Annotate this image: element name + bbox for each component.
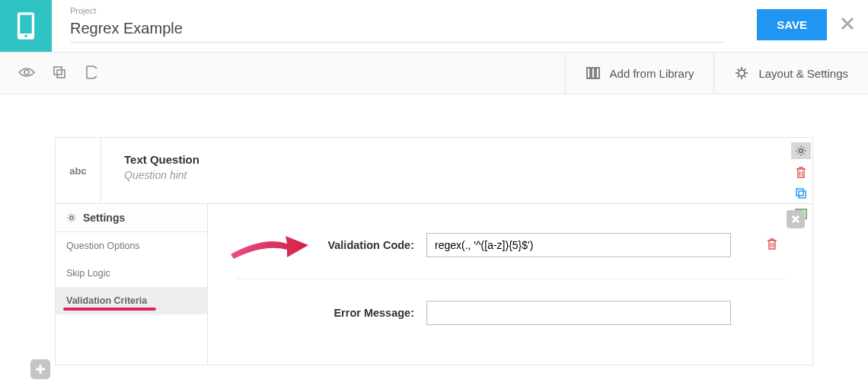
svg-rect-4 [54, 67, 62, 75]
project-label: Project [70, 6, 725, 15]
gear-icon[interactable] [791, 142, 811, 159]
svg-point-9 [739, 70, 745, 76]
arrow-annotation [226, 228, 310, 266]
add-from-library-button[interactable]: Add from Library [565, 53, 714, 94]
app-logo[interactable] [0, 0, 52, 52]
sidebar-item-validation-criteria[interactable]: Validation Criteria [56, 287, 207, 314]
trash-icon[interactable] [794, 166, 808, 180]
svg-point-2 [24, 35, 27, 38]
save-button[interactable]: SAVE [757, 9, 827, 40]
svg-point-10 [799, 149, 803, 153]
copy-icon[interactable] [52, 65, 67, 82]
delete-validation-icon[interactable] [767, 238, 785, 253]
layout-settings-label: Layout & Settings [758, 67, 848, 80]
svg-rect-5 [57, 70, 65, 78]
svg-rect-6 [587, 68, 590, 78]
svg-rect-7 [592, 68, 595, 78]
question-title[interactable]: Text Question [124, 153, 199, 166]
question-card: abc Text Question Question hint Settings… [55, 137, 813, 365]
question-type-icon: abc [56, 138, 101, 203]
gear-icon [66, 212, 77, 223]
duplicate-icon[interactable] [794, 187, 808, 200]
error-message-label: Error Message: [235, 307, 414, 319]
close-icon[interactable] [841, 17, 854, 33]
sidebar-item-skip-logic[interactable]: Skip Logic [56, 260, 207, 287]
preview-icon[interactable] [18, 66, 35, 81]
layout-settings-button[interactable]: Layout & Settings [713, 53, 868, 94]
svg-point-3 [24, 70, 29, 75]
error-message-input[interactable] [426, 301, 731, 325]
sidebar-item-label: Validation Criteria [66, 295, 147, 306]
add-question-button[interactable] [30, 359, 50, 379]
active-underline [63, 308, 156, 311]
svg-rect-1 [20, 15, 32, 33]
svg-rect-12 [799, 191, 806, 198]
svg-rect-8 [596, 68, 599, 78]
close-pane-button[interactable] [787, 210, 805, 228]
question-hint[interactable]: Question hint [124, 169, 199, 181]
svg-rect-11 [796, 189, 803, 196]
settings-heading-label: Settings [83, 212, 125, 224]
svg-point-14 [70, 216, 73, 219]
divider [235, 279, 785, 279]
add-from-library-label: Add from Library [610, 67, 694, 80]
validation-code-input[interactable] [426, 233, 731, 257]
sidebar-item-question-options[interactable]: Question Options [56, 232, 207, 260]
settings-heading: Settings [56, 204, 207, 232]
project-name-input[interactable]: Regrex Example [70, 17, 725, 43]
group-icon[interactable] [84, 65, 99, 82]
